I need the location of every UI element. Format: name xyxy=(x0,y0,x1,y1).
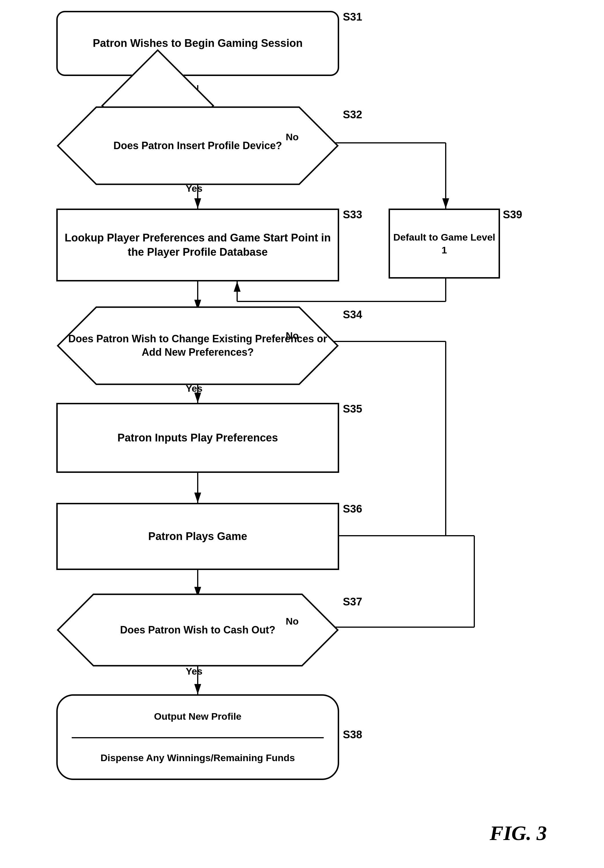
s32-yes-label: Yes xyxy=(186,183,203,194)
s33-id: S33 xyxy=(343,209,362,221)
s32-no-label: No xyxy=(286,132,299,143)
s39-label: Default to Game Level 1 xyxy=(390,231,499,256)
s38-id: S38 xyxy=(343,728,362,741)
s32-label: Does Patron Insert Profile Device? xyxy=(56,106,339,186)
s37-yes-label: Yes xyxy=(186,666,203,677)
s31-id: S31 xyxy=(343,11,362,23)
s38-label2: Dispense Any Winnings/Remaining Funds xyxy=(101,752,295,764)
s34-label: Does Patron Wish to Change Existing Pref… xyxy=(56,306,339,386)
s35-label: Patron Inputs Play Preferences xyxy=(118,431,278,445)
s39-id: S39 xyxy=(503,209,522,221)
s36-label: Patron Plays Game xyxy=(148,529,247,543)
s35-shape: Patron Inputs Play Preferences xyxy=(56,403,339,473)
s32-shape: Does Patron Insert Profile Device? xyxy=(56,106,339,186)
s36-shape: Patron Plays Game xyxy=(56,503,339,570)
s34-no-label: No xyxy=(286,330,299,341)
s34-yes-label: Yes xyxy=(186,383,203,394)
s31-shape: Patron Wishes to Begin Gaming Session xyxy=(56,11,339,76)
s37-label: Does Patron Wish to Cash Out? xyxy=(56,593,339,667)
s36-id: S36 xyxy=(343,503,362,515)
figure-label: FIG. 3 xyxy=(490,822,547,845)
s34-id: S34 xyxy=(343,308,362,321)
s37-shape: Does Patron Wish to Cash Out? xyxy=(56,593,339,667)
s37-id: S37 xyxy=(343,596,362,608)
s33-shape: Lookup Player Preferences and Game Start… xyxy=(56,209,339,281)
s32-id: S32 xyxy=(343,108,362,121)
s33-label: Lookup Player Preferences and Game Start… xyxy=(58,231,338,259)
s39-shape: Default to Game Level 1 xyxy=(389,209,500,279)
s38-shape: Output New Profile Dispense Any Winnings… xyxy=(56,694,339,780)
s34-shape: Does Patron Wish to Change Existing Pref… xyxy=(56,306,339,386)
s37-no-label: No xyxy=(286,616,299,627)
s38-label1: Output New Profile xyxy=(154,710,242,722)
s31-label: Patron Wishes to Begin Gaming Session xyxy=(93,36,303,50)
s35-id: S35 xyxy=(343,403,362,415)
